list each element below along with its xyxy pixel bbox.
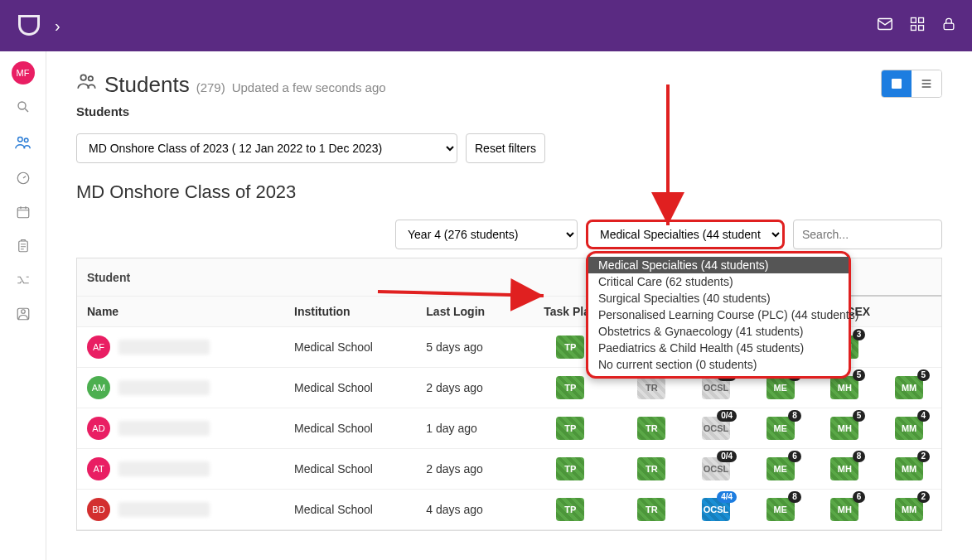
student-name-blurred (118, 380, 210, 395)
status-tag[interactable]: ME6 (766, 457, 795, 480)
cell-tag: MM2 (877, 490, 941, 530)
status-tag[interactable]: OCSL0/4 (702, 417, 730, 440)
status-tag[interactable]: OCSL0/4 (702, 457, 730, 480)
status-tag[interactable]: MM5 (895, 376, 923, 399)
student-name-blurred (118, 421, 210, 436)
cell-institution: Medical School (284, 408, 416, 449)
student-name-blurred (118, 340, 210, 355)
dropdown-option[interactable]: Surgical Specialties (40 students) (588, 290, 849, 307)
cell-tag: OCSL0/4 (684, 449, 748, 490)
table-row[interactable]: ATMedical School2 days agoTPTROCSL0/4ME6… (77, 449, 941, 490)
search-icon[interactable] (16, 99, 31, 118)
row-avatar: AT (87, 457, 110, 480)
status-tag[interactable]: TP (556, 376, 584, 399)
svg-rect-2 (919, 17, 924, 22)
status-tag[interactable]: TR (637, 498, 665, 521)
status-tag[interactable]: MH5 (830, 376, 858, 399)
students-nav-icon[interactable] (14, 133, 32, 156)
user-avatar[interactable]: MF (12, 61, 35, 84)
status-tag[interactable]: OCSL0/4 (702, 376, 730, 399)
svg-point-8 (24, 138, 28, 142)
status-tag[interactable]: TP (556, 417, 584, 440)
updated-text: Updated a few seconds ago (232, 80, 386, 94)
status-tag[interactable]: MM4 (895, 417, 923, 440)
status-tag[interactable]: ME8 (766, 417, 795, 440)
table-row[interactable]: BDMedical School4 days agoTPTROCSL4/4ME8… (77, 490, 941, 530)
svg-point-15 (89, 76, 93, 80)
status-tag[interactable]: ME8 (766, 376, 795, 399)
svg-rect-0 (878, 18, 892, 29)
lock-icon[interactable] (941, 16, 957, 36)
clipboard-icon[interactable] (16, 239, 31, 258)
cell-tag: MH8 (813, 449, 878, 490)
cell-institution: Medical School (284, 327, 416, 368)
svg-point-14 (80, 75, 86, 80)
col-last-login[interactable]: Last Login (416, 297, 521, 327)
status-tag[interactable]: MH8 (830, 457, 858, 480)
status-tag[interactable]: TP (556, 336, 584, 359)
dropdown-option[interactable]: Obstetrics & Gynaecology (41 students) (588, 323, 849, 340)
app-logo[interactable] (15, 12, 43, 40)
cell-tag: MM2 (877, 449, 941, 490)
status-tag[interactable]: TP (556, 498, 584, 521)
status-tag[interactable]: MH6 (830, 498, 858, 521)
status-tag[interactable]: MH5 (830, 417, 858, 440)
calendar-icon[interactable] (16, 205, 31, 224)
svg-rect-10 (17, 208, 29, 218)
status-tag[interactable]: TR (637, 457, 665, 480)
dropdown-option[interactable]: Critical Care (62 students) (588, 273, 849, 290)
status-tag[interactable]: TR (637, 417, 665, 440)
cell-tag: TR (620, 408, 684, 449)
view-list-button[interactable] (912, 70, 941, 97)
status-tag[interactable]: ME8 (766, 498, 795, 521)
search-input[interactable] (793, 220, 942, 249)
cell-last-login: 4 days ago (416, 490, 521, 530)
table-row[interactable]: ADMedical School1 day agoTPTROCSL0/4ME8M… (77, 408, 941, 449)
cell-tag: TP (521, 408, 619, 449)
col-name[interactable]: Name (77, 297, 284, 327)
col-institution[interactable]: Institution (284, 297, 416, 327)
apps-grid-icon[interactable] (909, 16, 926, 36)
svg-rect-1 (912, 17, 916, 22)
main-content: Students (279) Updated a few seconds ago… (46, 51, 972, 560)
chevron-right-icon[interactable]: › (55, 17, 60, 36)
status-tag[interactable]: TR (637, 376, 665, 399)
view-toggle (881, 70, 942, 98)
view-card-button[interactable] (882, 70, 912, 97)
dropdown-option[interactable]: Paediatrics & Child Health (45 students) (588, 340, 849, 356)
cell-tag: MH6 (813, 490, 878, 530)
cell-institution: Medical School (284, 449, 416, 490)
status-tag[interactable]: MM2 (895, 457, 923, 480)
svg-rect-16 (892, 79, 902, 89)
profile-icon[interactable] (16, 307, 31, 326)
cell-tag: MH5 (813, 408, 878, 449)
dropdown-option[interactable]: No current section (0 students) (588, 356, 849, 373)
row-avatar: BD (87, 498, 110, 521)
gauge-icon[interactable] (16, 171, 31, 190)
row-avatar: AF (87, 336, 110, 359)
cell-tag: TP (521, 449, 619, 490)
status-tag[interactable]: OCSL4/4 (702, 498, 730, 521)
dropdown-option[interactable]: Personalised Learning Course (PLC) (44 s… (588, 307, 849, 323)
dropdown-option[interactable]: Medical Specialties (44 students) (588, 257, 849, 273)
class-select[interactable]: MD Onshore Class of 2023 ( 12 Jan 2022 t… (76, 133, 457, 163)
section-select[interactable]: Medical Specialties (44 students) (586, 220, 785, 249)
cell-last-login: 5 days ago (416, 327, 521, 368)
cell-tag: TP (521, 490, 619, 530)
student-name-blurred (118, 461, 210, 476)
group-header-student: Student (77, 258, 620, 297)
svg-rect-5 (944, 23, 954, 29)
cell-tag: TR (620, 490, 684, 530)
svg-point-12 (21, 310, 25, 314)
reset-filters-button[interactable]: Reset filters (466, 133, 545, 163)
status-tag[interactable]: TP (556, 457, 584, 480)
year-select[interactable]: Year 4 (276 students) (395, 220, 578, 249)
mail-icon[interactable] (876, 15, 894, 37)
cell-tag: MM5 (877, 368, 941, 408)
cell-tag: MM4 (877, 408, 941, 449)
status-tag[interactable]: MM2 (895, 498, 923, 521)
shuffle-icon[interactable] (16, 273, 31, 292)
cell-tag: OCSL0/4 (684, 408, 748, 449)
cell-last-login: 2 days ago (416, 449, 521, 490)
cell-tag: ME8 (748, 408, 813, 449)
